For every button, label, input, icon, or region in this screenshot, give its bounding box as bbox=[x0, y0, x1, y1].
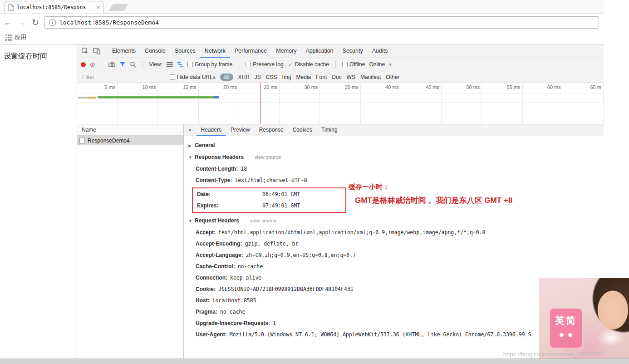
bookmarks-apps-label[interactable]: 应用 bbox=[15, 34, 26, 41]
filter-funnel-icon[interactable] bbox=[119, 62, 126, 67]
devtools-tab-bar: Elements Console Sources Network Perform… bbox=[77, 44, 604, 58]
detail-tab-preview[interactable]: Preview bbox=[226, 124, 255, 136]
timeline-row-divider bbox=[77, 93, 604, 93]
forward-button[interactable]: → bbox=[18, 18, 26, 27]
preserve-log-checkbox[interactable]: Preserve log bbox=[246, 61, 283, 68]
url-text[interactable]: localhost:8585/ResponseDemo4 bbox=[59, 19, 159, 26]
chevron-down-icon: ▼ bbox=[188, 216, 195, 227]
disable-cache-checkbox[interactable]: ✓ Disable cache bbox=[288, 61, 329, 68]
domcontentloaded-line bbox=[430, 83, 430, 124]
detail-tab-cookies[interactable]: Cookies bbox=[288, 124, 317, 136]
new-tab-button[interactable] bbox=[108, 4, 129, 11]
view-source-link[interactable]: view source bbox=[255, 154, 281, 160]
filter-type-other[interactable]: Other bbox=[386, 74, 399, 80]
back-button[interactable]: ← bbox=[4, 18, 12, 27]
view-label: View: bbox=[149, 61, 162, 68]
document-resource-icon bbox=[79, 138, 85, 143]
filter-type-css[interactable]: CSS bbox=[266, 74, 277, 80]
filter-type-all[interactable]: All bbox=[220, 74, 233, 81]
waterfall-bar bbox=[78, 97, 87, 98]
devtools-tab-performance[interactable]: Performance bbox=[230, 44, 272, 58]
chevron-down-icon: ▼ bbox=[188, 152, 195, 163]
filter-type-xhr[interactable]: XHR bbox=[238, 74, 250, 80]
devtools-tab-elements[interactable]: Elements bbox=[108, 44, 140, 58]
header-row: Accept-Encoding:gzip, deflate, br bbox=[184, 238, 604, 250]
filter-type-js[interactable]: JS bbox=[255, 74, 261, 80]
clear-button[interactable]: ⊘ bbox=[90, 61, 95, 68]
checkbox-unchecked[interactable] bbox=[187, 62, 193, 67]
filter-type-font[interactable]: Font bbox=[316, 74, 327, 80]
cache-annotation: 缓存一小时： GMT是格林威治时间， 我们是东八区 GMT +8 bbox=[349, 183, 512, 206]
annotation-red-box: Date:06:49:01 GMT Expires:07:49:01 GMT bbox=[192, 187, 346, 213]
request-row[interactable]: ResponseDemo4 bbox=[77, 136, 183, 145]
offline-checkbox[interactable]: Offline bbox=[342, 61, 365, 68]
timeline-canvas bbox=[77, 83, 604, 124]
response-headers-section-toggle[interactable]: ▼Response Headersview source bbox=[184, 152, 604, 163]
inspect-element-icon[interactable] bbox=[79, 45, 91, 57]
screenshot-root: localhost:8585/Respons × ← → ↻ i localho… bbox=[0, 0, 629, 364]
filter-type-media[interactable]: Media bbox=[296, 74, 311, 80]
devtools-tab-audits[interactable]: Audits bbox=[368, 44, 393, 58]
network-filter-input[interactable] bbox=[81, 74, 165, 81]
timeline-row-divider bbox=[77, 102, 604, 103]
separator bbox=[239, 61, 239, 69]
throttling-dropdown[interactable]: Online ▼ bbox=[369, 61, 392, 68]
devtools-tab-memory[interactable]: Memory bbox=[271, 44, 301, 58]
separator bbox=[102, 61, 102, 69]
reload-button[interactable]: ↻ bbox=[32, 18, 39, 27]
devtools-tab-network[interactable]: Network bbox=[200, 44, 230, 58]
filter-type-manifest[interactable]: Manifest bbox=[360, 74, 381, 80]
checkbox-unchecked[interactable] bbox=[342, 62, 348, 67]
detail-tab-headers[interactable]: Headers bbox=[197, 124, 226, 136]
name-column-header[interactable]: Name bbox=[77, 124, 183, 136]
detail-tab-timing[interactable]: Timing bbox=[317, 124, 342, 136]
promo-badge: 英简 bbox=[549, 308, 583, 349]
apps-grid-icon[interactable] bbox=[5, 34, 12, 41]
header-row: Accept:text/html,application/xhtml+xml,a… bbox=[184, 227, 604, 238]
capture-screenshots-icon[interactable] bbox=[108, 62, 115, 67]
promo-badge-text: 英简 bbox=[555, 314, 577, 327]
devtools-tab-console[interactable]: Console bbox=[140, 44, 170, 58]
checkbox-unchecked[interactable] bbox=[170, 74, 175, 80]
view-waterfall-icon[interactable] bbox=[177, 62, 183, 67]
devtools-tab-sources[interactable]: Sources bbox=[170, 44, 200, 58]
address-bar: ← → ↻ i localhost:8585/ResponseDemo4 bbox=[0, 14, 604, 31]
header-row: Date:06:49:01 GMT bbox=[196, 189, 343, 200]
device-toolbar-icon[interactable] bbox=[91, 45, 103, 57]
group-by-frame-checkbox[interactable]: Group by frame bbox=[187, 61, 232, 68]
browser-tab[interactable]: localhost:8585/Respons × bbox=[5, 1, 103, 13]
separator bbox=[105, 47, 105, 55]
filter-type-ws[interactable]: WS bbox=[347, 74, 355, 80]
request-list: Name ResponseDemo4 bbox=[77, 124, 184, 359]
waterfall-bar bbox=[214, 96, 219, 98]
hide-data-urls-checkbox[interactable]: Hide data URLs bbox=[170, 74, 216, 80]
general-section-toggle[interactable]: ▶General bbox=[184, 140, 604, 152]
tab-title: localhost:8585/Respons bbox=[17, 4, 93, 10]
window-bottom-edge bbox=[0, 359, 629, 364]
waterfall-bar bbox=[87, 97, 96, 98]
view-source-link[interactable]: view source bbox=[250, 218, 276, 223]
checkbox-checked[interactable]: ✓ bbox=[288, 62, 293, 67]
devtools-tab-application[interactable]: Application bbox=[301, 44, 338, 58]
filter-type-img[interactable]: Img bbox=[282, 74, 291, 80]
watermark-url: https://blog.csdn.net/weixin_45526272 bbox=[503, 351, 604, 358]
info-icon[interactable]: i bbox=[49, 19, 56, 26]
page-content: 设置缓存时间 bbox=[0, 44, 77, 359]
network-overview-timeline[interactable]: 5 ms 10 ms 15 ms 20 ms 25 ms 30 ms 35 ms… bbox=[77, 83, 604, 124]
checkbox-unchecked[interactable] bbox=[246, 62, 251, 67]
omnibox[interactable]: i localhost:8585/ResponseDemo4 bbox=[44, 16, 599, 29]
tab-close-icon[interactable]: × bbox=[96, 5, 100, 10]
badge-deco-icons bbox=[560, 333, 572, 337]
record-button[interactable] bbox=[81, 62, 86, 67]
detail-tab-response[interactable]: Response bbox=[255, 124, 288, 136]
search-icon[interactable] bbox=[130, 61, 136, 68]
devtools-tab-security[interactable]: Security bbox=[338, 44, 368, 58]
request-headers-section-toggle[interactable]: ▼Request Headersview source bbox=[184, 215, 604, 227]
separator bbox=[335, 61, 336, 69]
waterfall-bar bbox=[98, 96, 214, 98]
network-toolbar: ⊘ View: bbox=[77, 58, 604, 71]
filter-type-doc[interactable]: Doc bbox=[332, 74, 341, 80]
header-row: Content-Length:18 bbox=[184, 163, 604, 175]
view-list-icon[interactable] bbox=[167, 62, 173, 67]
close-icon[interactable]: × bbox=[184, 127, 197, 133]
